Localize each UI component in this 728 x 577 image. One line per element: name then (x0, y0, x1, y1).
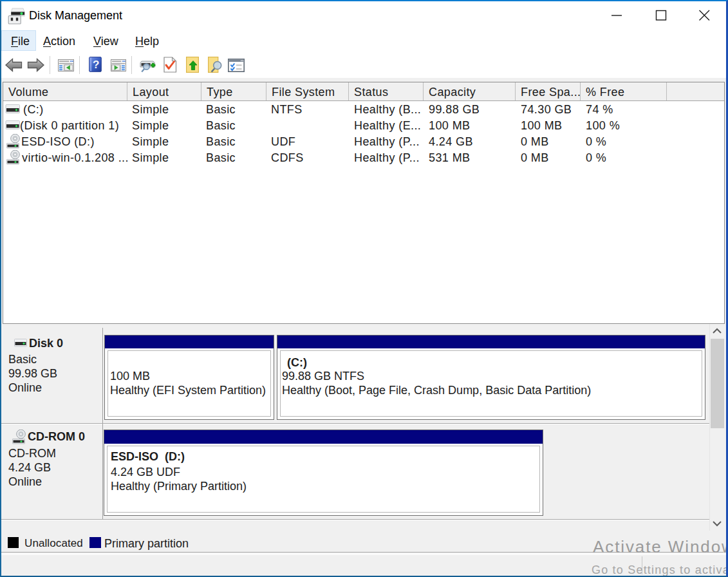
svg-text:?: ? (93, 59, 99, 71)
